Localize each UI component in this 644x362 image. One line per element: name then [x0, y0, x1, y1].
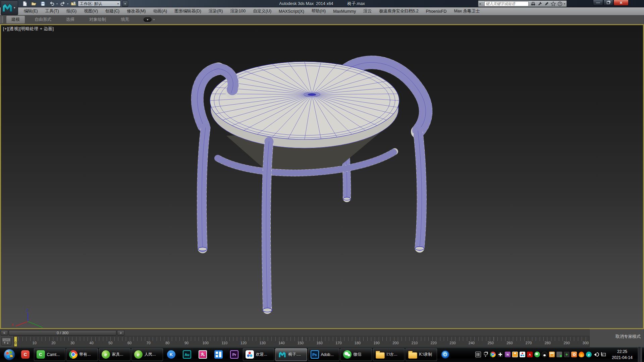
next-frame-button[interactable]: >: [117, 330, 124, 336]
taskbar-window-folder[interactable]: I:\古...: [373, 348, 405, 361]
menu-item[interactable]: MAXScript(X): [275, 7, 308, 15]
taskbar-window-photoshop[interactable]: PsAdob...: [308, 348, 339, 361]
project-folder-button[interactable]: [69, 0, 77, 7]
acrobat-tray-icon[interactable]: A: [527, 352, 533, 357]
taskbar-pinned-premiere[interactable]: Pr: [227, 348, 242, 361]
favorites-pen-icon[interactable]: [543, 1, 550, 7]
taskbar-window-browser-green[interactable]: e家具...: [99, 348, 130, 361]
workspace-dropdown[interactable]: 工作区: 默认 ▾: [78, 1, 121, 7]
search-binoculars-icon[interactable]: [530, 1, 537, 7]
time-slider-handle[interactable]: 0 / 300: [9, 330, 116, 336]
timeline-ruler[interactable]: 0102030405060708090100110120130140150160…: [13, 336, 589, 347]
communication-wrench-icon[interactable]: [537, 1, 543, 7]
ribbon-tab-对象绘制[interactable]: 对象绘制: [84, 16, 111, 23]
volume-tray-icon[interactable]: [593, 352, 599, 357]
xuanyun-tray-icon[interactable]: [520, 352, 525, 357]
help-icon[interactable]: ?: [557, 1, 564, 7]
chevron-down-icon[interactable]: ▾: [56, 2, 58, 5]
taskbar-window-wechat[interactable]: 微信: [340, 348, 372, 361]
ribbon-tab-建模[interactable]: 建模: [6, 16, 25, 23]
taskbar-window-max[interactable]: 椅子....: [275, 348, 307, 361]
taskbar-pinned-aperture[interactable]: [438, 348, 453, 361]
menu-item[interactable]: MaxMummy: [329, 7, 360, 15]
menu-item[interactable]: Max 杀毒卫士: [450, 7, 483, 15]
menu-item[interactable]: 组(G): [63, 7, 80, 15]
ruler-tick-label: 150: [298, 341, 304, 345]
keyboard-tray-icon[interactable]: [475, 352, 481, 357]
ribbon-grip[interactable]: [1, 16, 3, 23]
network-tray-icon[interactable]: [601, 352, 606, 357]
menu-item[interactable]: 极速瘦身安全归档5.2: [375, 7, 422, 15]
menu-item[interactable]: 自定义(U): [249, 7, 275, 15]
title-bar: ▾ ▾▾ 工作区: 默认 ▾ ▾ Autodesk 3ds Max 2014 x…: [0, 0, 644, 7]
search-input[interactable]: [484, 1, 529, 6]
star-icon[interactable]: [550, 1, 557, 7]
taskbar-pinned-wanzi[interactable]: 丸: [196, 348, 210, 361]
taskbar-window-browser-green[interactable]: e人民...: [131, 348, 163, 361]
mini-curve-editor-button[interactable]: [1, 337, 11, 346]
taskbar-button-label: 带有...: [79, 352, 91, 357]
viewport-label[interactable]: [+][透视][明暗处理 + 边面]: [3, 26, 54, 32]
menu-item[interactable]: 渲染(R): [205, 7, 226, 15]
wanzi-icon: 丸: [199, 350, 207, 359]
toolbar-overflow-button[interactable]: ▾: [122, 1, 128, 7]
menu-item[interactable]: 渲染100: [226, 7, 249, 15]
save-file-button[interactable]: [39, 0, 47, 7]
taskbar-window-xuanyun[interactable]: 欢迎...: [243, 348, 274, 361]
ribbon-tab-填充[interactable]: 填充: [116, 16, 134, 23]
menu-item[interactable]: 视图(V): [80, 7, 102, 15]
taskbar-window-chrome[interactable]: 带有...: [66, 348, 98, 361]
previous-frame-button[interactable]: <: [1, 330, 8, 336]
menu-item[interactable]: 修改器(M): [123, 7, 149, 15]
taskbar-pinned-film-blue[interactable]: [211, 348, 226, 361]
taskbar-window-camtasia-green[interactable]: CCamt...: [34, 348, 65, 361]
menu-item[interactable]: PhoenixFD: [422, 7, 450, 15]
wechat-tray-icon[interactable]: [534, 352, 540, 357]
perspective-viewport[interactable]: [+][透视][明暗处理 + 边面]: [0, 24, 644, 329]
chair-model[interactable]: [197, 62, 426, 312]
menu-item[interactable]: 渲云: [360, 7, 375, 15]
ruler-tick-label: 40: [90, 341, 94, 345]
menu-item[interactable]: 图形编辑器(D): [171, 7, 205, 15]
show-hidden-tray-icon[interactable]: ▾: [483, 352, 488, 357]
menu-item[interactable]: 工具(T): [42, 7, 63, 15]
scissors-tray-icon[interactable]: N: [505, 352, 511, 357]
undo-button[interactable]: [48, 0, 56, 7]
show-desktop-button[interactable]: [638, 347, 642, 362]
window-orange-tray-icon[interactable]: [549, 352, 555, 357]
menu-item[interactable]: 编辑(E): [20, 7, 42, 15]
e-circle-tray-icon[interactable]: e: [586, 352, 592, 357]
application-menu-button[interactable]: ▾: [1, 0, 18, 15]
taskbar-window-folder[interactable]: K:\录制: [406, 348, 437, 361]
usb-drive-tray-icon[interactable]: [512, 352, 518, 357]
flame-tray-icon[interactable]: [579, 352, 584, 357]
taskbar-pinned-audition[interactable]: Au: [180, 348, 195, 361]
camera-tray-icon[interactable]: [571, 352, 577, 357]
menu-item[interactable]: 帮助(H): [308, 7, 329, 15]
redo-button[interactable]: [59, 0, 67, 7]
taskbar-clock[interactable]: 22:25 2021-04-14: [608, 349, 636, 361]
restore-button[interactable]: [603, 0, 613, 6]
taskbar-pinned-k-blue[interactable]: K: [164, 348, 179, 361]
minimize-button[interactable]: —: [593, 0, 603, 6]
ribbon-tab-自由形式[interactable]: 自由形式: [30, 16, 56, 23]
start-button[interactable]: [1, 347, 17, 362]
project-folder-icon: [71, 1, 76, 6]
chevron-down-icon[interactable]: ▾: [67, 2, 68, 5]
menu-item[interactable]: 创建(C): [102, 7, 123, 15]
ribbon-tab-选择[interactable]: 选择: [61, 16, 79, 23]
close-button[interactable]: ×: [613, 0, 629, 6]
ruler-tick-label: 110: [222, 341, 228, 345]
ribbon-collapse-button[interactable]: ▼: [144, 17, 152, 22]
open-file-button[interactable]: [30, 0, 38, 7]
usb-eject-tray-icon[interactable]: [556, 352, 562, 357]
new-file-button[interactable]: [21, 0, 29, 7]
cancel-expert-mode-button[interactable]: 取消专家模式: [615, 334, 641, 340]
qq-tray-icon[interactable]: [542, 352, 547, 357]
menu-item[interactable]: 动画(A): [149, 7, 171, 15]
chrome-tray-icon[interactable]: [490, 352, 496, 357]
network-plus-tray-icon[interactable]: +: [564, 352, 570, 357]
pinwheel-tray-icon[interactable]: [497, 352, 503, 357]
taskbar-pinned-camtasia-red[interactable]: C: [18, 348, 33, 361]
info-center-collapse-button[interactable]: ▸: [480, 2, 483, 5]
